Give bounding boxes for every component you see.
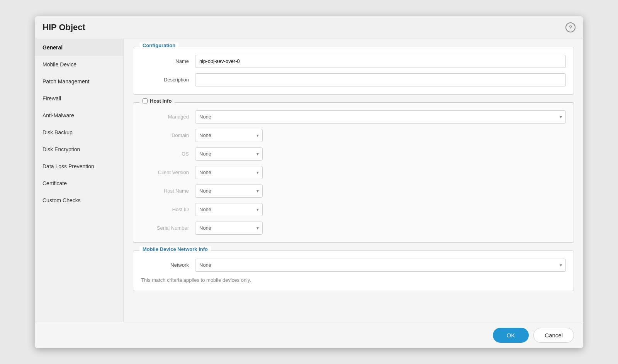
sidebar-item-mobile-device[interactable]: Mobile Device <box>35 56 123 73</box>
mobile-device-network-section: Mobile Device Network Info Network None … <box>133 251 574 291</box>
domain-label: Domain <box>141 132 195 138</box>
domain-select[interactable]: None <box>195 129 263 142</box>
description-input[interactable] <box>195 73 566 86</box>
ok-button[interactable]: OK <box>493 328 529 343</box>
network-row: Network None ▾ <box>141 259 566 272</box>
sidebar: General Mobile Device Patch Management F… <box>35 39 124 322</box>
sidebar-item-patch-management[interactable]: Patch Management <box>35 73 123 90</box>
host-name-select[interactable]: None <box>195 185 263 198</box>
host-id-select[interactable]: None <box>195 203 263 216</box>
hip-object-dialog: HIP Object ? General Mobile Device Patch… <box>35 16 583 348</box>
sidebar-item-disk-backup[interactable]: Disk Backup <box>35 124 123 141</box>
host-info-section: Host Info Managed None ▾ Domain <box>133 102 574 243</box>
host-name-select-wrapper: None ▾ <box>195 185 263 198</box>
managed-select[interactable]: None <box>195 110 566 124</box>
dialog-header: HIP Object ? <box>35 16 583 39</box>
client-version-select-wrapper: None ▾ <box>195 166 263 179</box>
sidebar-item-disk-encryption[interactable]: Disk Encryption <box>35 141 123 158</box>
sidebar-item-custom-checks[interactable]: Custom Checks <box>35 192 123 209</box>
serial-number-label: Serial Number <box>141 225 195 231</box>
name-input[interactable] <box>195 55 566 68</box>
managed-row: Managed None ▾ <box>141 110 566 124</box>
sidebar-item-certificate[interactable]: Certificate <box>35 175 123 192</box>
dialog-footer: OK Cancel <box>35 322 583 348</box>
client-version-select[interactable]: None <box>195 166 263 179</box>
main-content: Configuration Name Description Host Info <box>124 39 583 322</box>
host-info-legend: Host Info <box>139 98 175 104</box>
serial-number-select-wrapper: None ▾ <box>195 222 263 235</box>
os-select[interactable]: None <box>195 147 263 161</box>
host-name-row: Host Name None ▾ <box>141 185 566 198</box>
mobile-device-note: This match criteria applies to mobile de… <box>141 277 566 283</box>
os-select-wrapper: None ▾ <box>195 147 263 161</box>
sidebar-item-anti-malware[interactable]: Anti-Malware <box>35 107 123 124</box>
sidebar-item-general[interactable]: General <box>35 39 123 56</box>
dialog-body: General Mobile Device Patch Management F… <box>35 39 583 322</box>
configuration-section: Configuration Name Description <box>133 47 574 95</box>
help-icon[interactable]: ? <box>565 22 576 32</box>
os-row: OS None ▾ <box>141 147 566 161</box>
description-label: Description <box>141 77 195 83</box>
client-version-label: Client Version <box>141 169 195 175</box>
sidebar-item-firewall[interactable]: Firewall <box>35 90 123 107</box>
dialog-title: HIP Object <box>42 22 85 32</box>
description-row: Description <box>141 73 566 86</box>
managed-select-wrapper: None ▾ <box>195 110 566 124</box>
client-version-row: Client Version None ▾ <box>141 166 566 179</box>
managed-label: Managed <box>141 114 195 120</box>
configuration-legend: Configuration <box>139 42 178 48</box>
host-name-label: Host Name <box>141 188 195 194</box>
domain-row: Domain None ▾ <box>141 129 566 142</box>
serial-number-select[interactable]: None <box>195 222 263 235</box>
sidebar-item-data-loss-prevention[interactable]: Data Loss Prevention <box>35 158 123 175</box>
name-row: Name <box>141 55 566 68</box>
mobile-device-network-legend: Mobile Device Network Info <box>139 246 211 252</box>
host-id-label: Host ID <box>141 207 195 212</box>
cancel-button[interactable]: Cancel <box>533 328 574 343</box>
host-id-row: Host ID None ▾ <box>141 203 566 216</box>
host-id-select-wrapper: None ▾ <box>195 203 263 216</box>
os-label: OS <box>141 151 195 157</box>
network-select[interactable]: None <box>195 259 566 272</box>
name-label: Name <box>141 58 195 64</box>
host-info-legend-label: Host Info <box>150 98 171 104</box>
network-select-wrapper: None ▾ <box>195 259 566 272</box>
domain-select-wrapper: None ▾ <box>195 129 263 142</box>
network-label: Network <box>141 262 195 268</box>
host-info-checkbox[interactable] <box>143 98 148 103</box>
serial-number-row: Serial Number None ▾ <box>141 222 566 235</box>
